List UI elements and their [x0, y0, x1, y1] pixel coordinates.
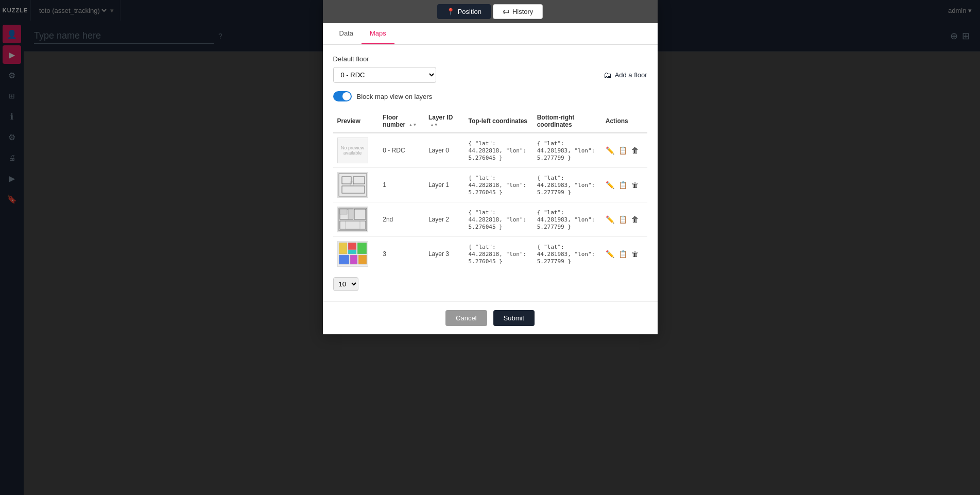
svg-rect-3	[342, 186, 365, 193]
svg-rect-2	[353, 177, 365, 184]
svg-rect-8	[340, 221, 366, 229]
floor-number-cell: 1	[379, 168, 424, 202]
default-floor-label: Default floor	[333, 55, 647, 63]
action-icons: ✏️ 📋 🗑	[606, 250, 643, 258]
default-floor-select[interactable]: 0 - RDC 1 2nd 3	[333, 67, 436, 83]
tab-data[interactable]: Data	[331, 23, 362, 44]
svg-rect-13	[339, 243, 347, 254]
add-floor-button[interactable]: 🗂 Add a floor	[604, 71, 647, 80]
col-header-layer[interactable]: Layer ID ▲▼	[424, 110, 465, 133]
svg-rect-10	[348, 209, 353, 219]
preview-cell: No preview available	[333, 133, 379, 168]
topleft-cell: { "lat": 44.282818, "lon": 5.276045 }	[465, 133, 533, 168]
position-icon: 📍	[446, 8, 455, 15]
cancel-button[interactable]: Cancel	[445, 310, 487, 326]
table-row: 1 Layer 1 { "lat": 44.282818, "lon": 5.2…	[333, 168, 647, 202]
modal-footer: Cancel Submit	[323, 301, 658, 334]
colored-preview	[337, 241, 368, 267]
toggle-label: Block map view on layers	[357, 93, 433, 100]
table-row: 3 Layer 3 { "lat": 44.282818, "lon": 5.2…	[333, 237, 647, 271]
actions-cell: ✏️ 📋 🗑	[601, 133, 647, 168]
floor-sort-icon: ▲▼	[409, 123, 417, 127]
col-header-floor[interactable]: Floor number ▲▼	[379, 110, 424, 133]
svg-rect-1	[342, 177, 351, 184]
tab-position-label: Position	[458, 8, 482, 15]
delete-icon[interactable]: 🗑	[631, 146, 639, 155]
table-row: 2nd Layer 2 { "lat": 44.282818, "lon": 5…	[333, 202, 647, 237]
edit-icon[interactable]: ✏️	[606, 181, 614, 189]
delete-icon[interactable]: 🗑	[631, 215, 639, 224]
blueprint-preview-2	[337, 207, 368, 232]
svg-rect-7	[354, 209, 366, 219]
pagination-row: 10 25 50	[333, 277, 647, 291]
floor-number-cell: 0 - RDC	[379, 133, 424, 168]
blueprint-preview-1	[337, 172, 368, 198]
actions-cell: ✏️ 📋 🗑	[601, 168, 647, 202]
preview-cell	[333, 168, 379, 202]
copy-icon[interactable]: 📋	[618, 215, 627, 224]
tab-history[interactable]: 🏷 History	[493, 4, 543, 19]
svg-rect-18	[358, 255, 367, 264]
action-icons: ✏️ 📋 🗑	[606, 146, 643, 155]
floor-row: 0 - RDC 1 2nd 3 🗂 Add a floor	[333, 67, 647, 83]
actions-cell: ✏️ 📋 🗑	[601, 202, 647, 237]
col-header-actions: Actions	[601, 110, 647, 133]
no-preview-text: No preview available	[338, 145, 368, 156]
toggle-row: Block map view on layers	[333, 91, 647, 101]
svg-rect-15	[357, 243, 367, 254]
table-row: No preview available 0 - RDC Layer 0 { "…	[333, 133, 647, 168]
topleft-cell: { "lat": 44.282818, "lon": 5.276045 }	[465, 202, 533, 237]
delete-icon[interactable]: 🗑	[631, 181, 639, 189]
col-header-bottomright: Bottom-right coordinates	[533, 110, 601, 133]
tab-maps-label: Maps	[370, 29, 386, 37]
edit-icon[interactable]: ✏️	[606, 146, 614, 155]
layer-id-cell: Layer 3	[424, 237, 465, 271]
actions-cell: ✏️ 📋 🗑	[601, 237, 647, 271]
layer-id-cell: Layer 2	[424, 202, 465, 237]
bottomright-cell: { "lat": 44.281983, "lon": 5.277799 }	[533, 237, 601, 271]
add-floor-label: Add a floor	[615, 71, 647, 79]
svg-rect-16	[339, 255, 349, 264]
action-icons: ✏️ 📋 🗑	[606, 181, 643, 189]
bottomright-cell: { "lat": 44.281983, "lon": 5.277799 }	[533, 133, 601, 168]
edit-icon[interactable]: ✏️	[606, 250, 614, 258]
modal-body: Default floor 0 - RDC 1 2nd 3 🗂 Add a fl…	[323, 45, 658, 301]
svg-rect-9	[346, 221, 360, 229]
bottomright-cell: { "lat": 44.281983, "lon": 5.277799 }	[533, 202, 601, 237]
layer-id-cell: Layer 0	[424, 133, 465, 168]
history-icon: 🏷	[503, 8, 509, 15]
col-header-preview: Preview	[333, 110, 379, 133]
layer-sort-icon: ▲▼	[430, 123, 438, 127]
floor-table: Preview Floor number ▲▼ Layer ID ▲▼ Top-…	[333, 110, 647, 271]
col-header-topleft: Top-left coordinates	[465, 110, 533, 133]
per-page-select[interactable]: 10 25 50	[333, 277, 358, 291]
tab-maps[interactable]: Maps	[362, 23, 394, 44]
copy-icon[interactable]: 📋	[618, 146, 627, 155]
submit-button[interactable]: Submit	[493, 310, 535, 326]
preview-cell	[333, 237, 379, 271]
topleft-cell: { "lat": 44.282818, "lon": 5.276045 }	[465, 168, 533, 202]
tab-data-label: Data	[339, 29, 353, 37]
stack-icon: 🗂	[604, 71, 612, 80]
toggle-knob	[342, 92, 351, 100]
topleft-cell: { "lat": 44.282818, "lon": 5.276045 }	[465, 237, 533, 271]
no-preview: No preview available	[337, 138, 368, 163]
bottomright-cell: { "lat": 44.281983, "lon": 5.277799 }	[533, 168, 601, 202]
copy-icon[interactable]: 📋	[618, 181, 627, 189]
floor-number-cell: 2nd	[379, 202, 424, 237]
copy-icon[interactable]: 📋	[618, 250, 627, 258]
edit-icon[interactable]: ✏️	[606, 215, 614, 224]
modal-tabs-header: 📍 Position 🏷 History	[323, 0, 658, 23]
modal: 📍 Position 🏷 History Data Maps Default f…	[323, 0, 658, 334]
svg-rect-17	[350, 255, 357, 264]
floor-plan-svg-2	[338, 207, 368, 232]
svg-rect-19	[348, 250, 356, 254]
floor-number-cell: 3	[379, 237, 424, 271]
delete-icon[interactable]: 🗑	[631, 250, 639, 258]
svg-rect-11	[340, 209, 347, 214]
svg-rect-0	[339, 174, 367, 196]
tab-history-label: History	[512, 8, 533, 15]
action-icons: ✏️ 📋 🗑	[606, 215, 643, 224]
tab-position[interactable]: 📍 Position	[437, 4, 491, 19]
block-map-toggle[interactable]	[333, 91, 352, 101]
